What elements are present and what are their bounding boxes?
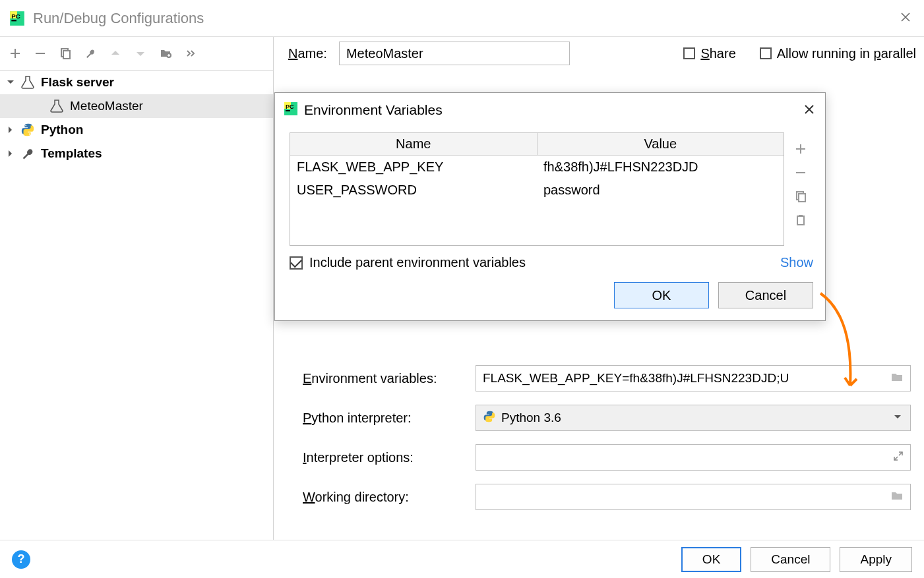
wrench-icon <box>18 146 37 161</box>
folder-icon[interactable] <box>890 490 904 504</box>
allow-parallel-label: Allow running in parallel <box>777 46 916 61</box>
window-title: Run/Debug Configurations <box>33 10 895 27</box>
name-row: Name: Share Allow running in parallel <box>274 37 924 70</box>
env-vars-label: Environment variables: <box>303 371 476 386</box>
share-label: Share <box>700 46 735 61</box>
allow-parallel-checkbox[interactable]: Allow running in parallel <box>760 46 916 61</box>
table-row[interactable]: USER_PASSWORD password <box>290 179 784 202</box>
col-name: Name <box>290 133 538 155</box>
svg-rect-14 <box>799 194 805 202</box>
include-parent-row: Include parent environment variables Sho… <box>290 255 813 270</box>
up-arrow-icon[interactable] <box>106 43 125 63</box>
tree-item-flask-server[interactable]: Flask server <box>0 71 273 94</box>
env-vars-input[interactable]: FLASK_WEB_APP_KEY=fh&38fh)J#LFHSN223DJD;… <box>476 365 911 391</box>
name-input[interactable] <box>339 42 570 65</box>
interpreter-options-row: Interpreter options: <box>303 444 911 471</box>
env-vars-row: Environment variables: FLASK_WEB_APP_KEY… <box>303 365 911 391</box>
browse-icon[interactable] <box>890 371 904 386</box>
tree-item-templates[interactable]: Templates <box>0 142 273 165</box>
svg-rect-15 <box>797 216 804 225</box>
apply-button[interactable]: Apply <box>840 547 912 572</box>
env-table: Name Value FLASK_WEB_APP_KEY fh&38fh)J#L… <box>290 132 784 246</box>
dialog-title: Environment Variables <box>304 102 801 118</box>
bottom-bar: ? OK Cancel Apply <box>0 540 924 578</box>
tree-item-python[interactable]: Python <box>0 118 273 142</box>
paste-icon[interactable] <box>792 212 809 229</box>
pycharm-icon: PC <box>8 9 26 28</box>
folder-add-icon[interactable] <box>156 43 175 63</box>
python-interpreter-row: Python interpreter: Python 3.6 <box>303 405 911 431</box>
remove-icon[interactable] <box>792 164 809 181</box>
checkbox-icon <box>760 47 772 59</box>
working-directory-input[interactable] <box>476 484 911 510</box>
python-interpreter-label: Python interpreter: <box>303 411 476 426</box>
configuration-tree: Flask server MeteoMaster Python Template… <box>0 70 273 540</box>
ok-button[interactable]: OK <box>614 282 709 308</box>
tree-item-meteomaster[interactable]: MeteoMaster <box>0 94 273 118</box>
python-icon <box>483 410 496 426</box>
checkbox-checked-icon[interactable] <box>290 256 303 270</box>
interpreter-options-input[interactable] <box>476 444 911 471</box>
table-spacer <box>290 202 784 245</box>
add-icon[interactable] <box>792 140 809 158</box>
cancel-button[interactable]: Cancel <box>751 547 830 572</box>
cell-name: FLASK_WEB_APP_KEY <box>290 156 537 179</box>
left-panel: Flask server MeteoMaster Python Template… <box>0 37 274 540</box>
tree-label: Templates <box>41 146 102 161</box>
working-directory-row: Working directory: <box>303 484 911 510</box>
col-value: Value <box>538 133 784 155</box>
env-side-buttons <box>788 132 813 246</box>
checkbox-icon <box>683 47 695 59</box>
svg-rect-5 <box>63 51 70 59</box>
tree-label: MeteoMaster <box>70 99 143 113</box>
name-label: Name: <box>288 46 327 61</box>
flask-icon <box>18 75 37 90</box>
tree-label: Python <box>41 123 83 137</box>
svg-rect-11 <box>286 110 290 111</box>
svg-point-7 <box>25 125 26 127</box>
include-parent-label: Include parent environment variables <box>309 255 526 270</box>
interpreter-options-label: Interpreter options: <box>303 450 476 465</box>
copy-icon[interactable] <box>55 43 75 63</box>
chevron-down-icon <box>893 411 902 425</box>
wrench-icon[interactable] <box>80 43 100 63</box>
toolbar <box>0 37 273 70</box>
close-icon[interactable] <box>895 8 916 28</box>
env-table-header: Name Value <box>290 133 784 156</box>
tree-label: Flask server <box>41 75 114 90</box>
working-directory-label: Working directory: <box>303 490 476 505</box>
pycharm-icon: PC <box>283 101 299 119</box>
help-icon[interactable]: ? <box>12 550 30 569</box>
dialog-body: Name Value FLASK_WEB_APP_KEY fh&38fh)J#L… <box>275 127 825 320</box>
share-checkbox[interactable]: Share <box>683 46 735 61</box>
cell-name: USER_PASSWORD <box>290 179 537 202</box>
close-icon[interactable] <box>801 100 817 121</box>
svg-text:PC: PC <box>286 103 294 110</box>
svg-point-8 <box>29 134 30 135</box>
cancel-button[interactable]: Cancel <box>718 282 813 308</box>
dialog-titlebar: PC Environment Variables <box>275 93 825 127</box>
python-icon <box>18 123 37 137</box>
env-vars-dialog: PC Environment Variables Name Value FLAS… <box>274 92 826 321</box>
ok-button[interactable]: OK <box>681 547 741 572</box>
chevrons-icon[interactable] <box>181 43 200 63</box>
flask-icon <box>47 99 66 113</box>
down-arrow-icon[interactable] <box>131 43 150 63</box>
python-interpreter-dropdown[interactable]: Python 3.6 <box>476 405 911 431</box>
svg-rect-16 <box>799 215 803 217</box>
cell-value: fh&38fh)J#LFHSN223DJD <box>537 156 784 179</box>
remove-icon[interactable] <box>30 43 50 63</box>
svg-text:PC: PC <box>11 13 20 20</box>
table-row[interactable]: FLASK_WEB_APP_KEY fh&38fh)J#LFHSN223DJD <box>290 156 784 179</box>
chevron-right-icon[interactable] <box>4 123 17 136</box>
env-table-wrap: Name Value FLASK_WEB_APP_KEY fh&38fh)J#L… <box>290 132 813 246</box>
copy-icon[interactable] <box>792 188 809 205</box>
expand-icon[interactable] <box>893 450 904 465</box>
cell-value: password <box>537 179 784 202</box>
chevron-down-icon[interactable] <box>4 76 17 89</box>
add-icon[interactable] <box>5 43 25 63</box>
show-link[interactable]: Show <box>780 255 813 270</box>
svg-rect-2 <box>11 20 16 21</box>
chevron-right-icon[interactable] <box>4 147 17 160</box>
titlebar: PC Run/Debug Configurations <box>0 0 924 37</box>
